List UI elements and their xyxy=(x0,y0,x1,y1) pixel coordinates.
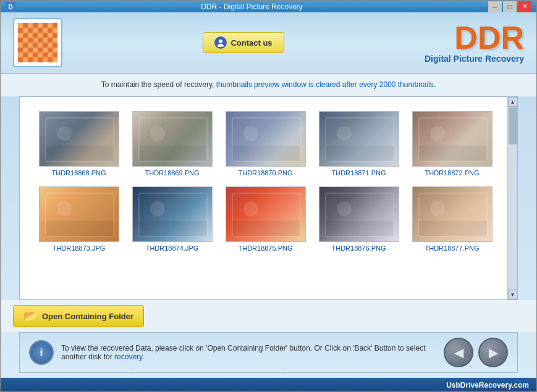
close-button[interactable]: ✕ xyxy=(518,1,531,12)
thumbnail-image xyxy=(132,111,213,167)
thumbnail-item[interactable]: THDR18874.JPG xyxy=(125,181,219,257)
contact-button-label: Contact us xyxy=(230,38,272,48)
thumbnail-label: THDR18875.PNG xyxy=(238,244,292,252)
svg-rect-33 xyxy=(419,221,487,236)
open-folder-label: Open Containing Folder xyxy=(42,312,133,321)
thumbnail-item[interactable]: THDR18872.PNG xyxy=(405,106,499,181)
svg-point-3 xyxy=(218,44,224,47)
svg-point-8 xyxy=(150,126,165,141)
thumbnail-label: THDR18877.PNG xyxy=(425,244,479,252)
thumbnail-section: THDR18868.PNG THDR18869.PNG THDR18870.PN… xyxy=(1,96,536,300)
svg-rect-9 xyxy=(139,146,207,161)
ddr-logo: DDR xyxy=(454,22,524,54)
thumbnail-item[interactable]: THDR18873.JPG xyxy=(32,181,125,257)
thumbnail-image xyxy=(412,186,493,242)
thumbnail-item[interactable]: THDR18875.PNG xyxy=(219,181,312,257)
scroll-track[interactable] xyxy=(508,107,518,290)
thumbnail-image xyxy=(226,111,306,167)
thumbnail-label: THDR18870.PNG xyxy=(238,169,292,177)
svg-text:D: D xyxy=(8,4,12,10)
window-title: DDR - Digital Picture Recovery xyxy=(15,2,488,11)
thumbnail-image xyxy=(226,186,306,242)
svg-rect-21 xyxy=(46,221,114,236)
svg-rect-18 xyxy=(419,146,487,161)
thumbnail-image xyxy=(412,111,493,167)
thumbnail-item[interactable]: THDR18869.PNG xyxy=(125,106,219,181)
thumbnail-image xyxy=(132,186,213,242)
svg-rect-27 xyxy=(232,221,300,236)
svg-point-5 xyxy=(57,126,72,141)
header-right: DDR Digital Picture Recovery xyxy=(425,22,524,64)
info-icon: i xyxy=(29,340,54,365)
thumbnail-label: THDR18873.JPG xyxy=(53,244,106,252)
svg-point-29 xyxy=(337,201,352,216)
forward-button[interactable]: ▶ xyxy=(478,338,508,367)
info-message-link: recovery. xyxy=(114,352,144,361)
forward-icon: ▶ xyxy=(489,345,498,360)
info-bar: i To view the recovered Data, please cli… xyxy=(19,332,518,373)
app-icon: D xyxy=(6,2,15,12)
logo-checker-pattern xyxy=(18,23,57,62)
folder-icon: 📂 xyxy=(23,309,37,323)
logo-box xyxy=(13,18,62,67)
thumbnail-label: THDR18876.PNG xyxy=(331,244,386,252)
notice-highlight: thumbnails preview window is cleared aft… xyxy=(216,80,436,89)
svg-point-17 xyxy=(430,126,445,141)
thumbnail-image xyxy=(39,186,119,242)
header: Contact us DDR Digital Picture Recovery xyxy=(1,12,536,74)
thumbnail-image xyxy=(319,186,399,242)
svg-rect-30 xyxy=(326,221,394,236)
thumbnail-label: THDR18868.PNG xyxy=(51,169,106,177)
svg-point-23 xyxy=(150,201,165,216)
thumbnail-image xyxy=(39,111,119,167)
open-folder-button[interactable]: 📂 Open Containing Folder xyxy=(13,305,144,327)
back-icon: ◀ xyxy=(454,345,463,360)
svg-point-14 xyxy=(337,126,352,141)
scrollbar[interactable]: ▲ ▼ xyxy=(507,97,517,299)
minimize-button[interactable]: ─ xyxy=(488,1,502,12)
scroll-up-arrow[interactable]: ▲ xyxy=(508,97,518,107)
window-controls: ─ □ ✕ xyxy=(488,1,531,12)
svg-point-2 xyxy=(219,40,222,43)
bottom-bar: UsbDriveRecovery.com xyxy=(1,378,536,392)
contact-icon xyxy=(214,36,227,49)
thumbnail-item[interactable]: THDR18877.PNG xyxy=(405,181,499,257)
titlebar: D DDR - Digital Picture Recovery ─ □ ✕ xyxy=(1,1,536,12)
thumbnail-area: THDR18868.PNG THDR18869.PNG THDR18870.PN… xyxy=(19,96,518,300)
thumbnails-grid: THDR18868.PNG THDR18869.PNG THDR18870.PN… xyxy=(20,97,517,263)
notice-before: To maintain the speed of recovery, xyxy=(101,80,216,89)
scroll-down-arrow[interactable]: ▼ xyxy=(508,290,518,299)
thumbnail-item[interactable]: THDR18871.PNG xyxy=(312,106,405,181)
notice-text: To maintain the speed of recovery, thumb… xyxy=(10,78,527,91)
thumbnail-label: THDR18869.PNG xyxy=(145,169,199,177)
svg-point-20 xyxy=(57,201,72,216)
maximize-button[interactable]: □ xyxy=(503,1,517,12)
header-center: Contact us xyxy=(62,32,425,53)
thumbnail-label: THDR18871.PNG xyxy=(331,169,386,177)
svg-rect-6 xyxy=(46,146,114,161)
back-button[interactable]: ◀ xyxy=(444,338,473,367)
svg-point-11 xyxy=(243,126,258,141)
thumbnail-label: THDR18872.PNG xyxy=(425,169,479,177)
svg-point-26 xyxy=(243,201,258,216)
info-message: To view the recovered Data, please click… xyxy=(61,344,436,361)
svg-rect-24 xyxy=(139,221,207,236)
svg-rect-12 xyxy=(232,146,300,161)
thumbnail-item[interactable]: THDR18876.PNG xyxy=(312,181,405,257)
info-section: i To view the recovered Data, please cli… xyxy=(1,332,536,378)
thumbnail-image xyxy=(319,111,399,167)
app-subtitle: Digital Picture Recovery xyxy=(425,54,524,64)
thumbnail-label: THDR18874.JPG xyxy=(146,244,199,252)
svg-point-32 xyxy=(430,201,445,216)
navigation-buttons: ◀ ▶ xyxy=(444,338,508,367)
svg-rect-15 xyxy=(326,146,394,161)
scroll-thumb[interactable] xyxy=(509,107,517,144)
website-url: UsbDriveRecovery.com xyxy=(446,381,529,390)
notice-bar: To maintain the speed of recovery, thumb… xyxy=(1,74,536,96)
thumbnail-item[interactable]: THDR18868.PNG xyxy=(32,106,125,181)
contact-button[interactable]: Contact us xyxy=(203,32,284,53)
action-bar: 📂 Open Containing Folder xyxy=(1,300,536,332)
thumbnail-item[interactable]: THDR18870.PNG xyxy=(219,106,312,181)
